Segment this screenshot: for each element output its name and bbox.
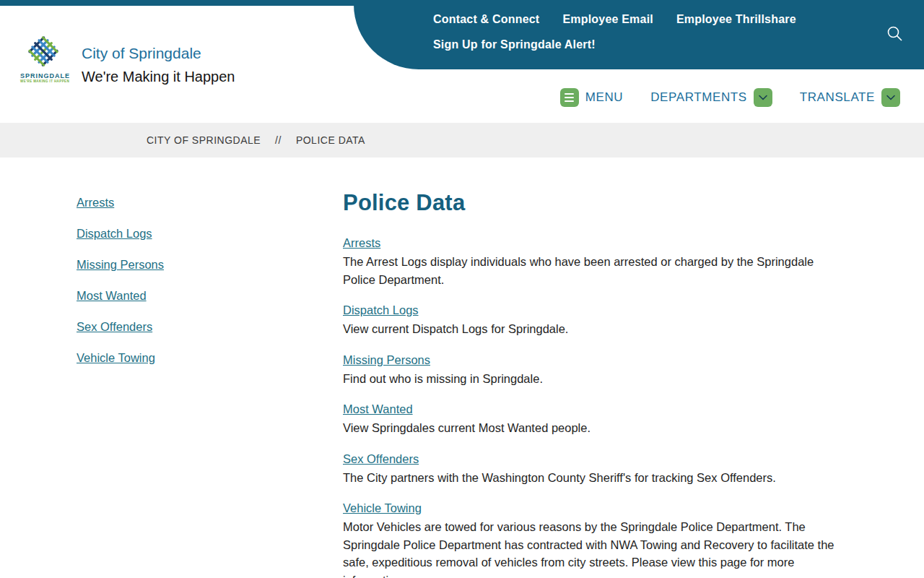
- search-button[interactable]: [885, 25, 905, 45]
- translate-label: TRANSLATE: [800, 90, 875, 105]
- sidebar-item-dispatch-logs[interactable]: Dispatch Logs: [77, 226, 152, 241]
- utility-nav: Contact & Connect Employee Email Employe…: [354, 0, 924, 69]
- sidebar-item-vehicle-towing[interactable]: Vehicle Towing: [77, 350, 155, 366]
- site-title-block: City of Springdale We're Making it Happe…: [82, 45, 235, 85]
- most-wanted-description: View Springdales current Most Wanted peo…: [343, 419, 842, 437]
- site-tagline: We're Making it Happen: [82, 69, 235, 85]
- logo-tagline: WE'RE MAKING IT HAPPEN: [20, 79, 66, 83]
- arrests-link[interactable]: Arrests: [343, 236, 380, 249]
- dispatch-logs-description: View current Dispatch Logs for Springdal…: [343, 320, 842, 338]
- breadcrumb-separator: //: [275, 134, 282, 146]
- section-vehicle-towing: Vehicle Towing Motor Vehicles are towed …: [343, 500, 842, 578]
- utility-row-1: Contact & Connect Employee Email Employe…: [433, 13, 796, 26]
- utility-row-2: Sign Up for Springdale Alert!: [433, 38, 796, 51]
- sidebar-item-missing-persons[interactable]: Missing Persons: [77, 257, 164, 272]
- missing-persons-link[interactable]: Missing Persons: [343, 353, 430, 366]
- site-title: City of Springdale: [82, 45, 235, 62]
- translate-dropdown[interactable]: TRANSLATE: [800, 88, 900, 107]
- utility-link-employee-email[interactable]: Employee Email: [562, 13, 653, 26]
- vehicle-towing-link[interactable]: Vehicle Towing: [343, 501, 422, 514]
- section-arrests: Arrests The Arrest Logs display individu…: [343, 235, 842, 288]
- city-logo[interactable]: SPRINGDALE WE'RE MAKING IT HAPPEN: [20, 35, 66, 83]
- sidebar-nav: Arrests Dispatch Logs Missing Persons Mo…: [0, 195, 343, 578]
- departments-label: DEPARTMENTS: [650, 90, 747, 105]
- sidebar-item-arrests[interactable]: Arrests: [77, 195, 114, 210]
- arrests-description: The Arrest Logs display individuals who …: [343, 253, 842, 288]
- most-wanted-link[interactable]: Most Wanted: [343, 402, 413, 415]
- chevron-down-icon: [754, 88, 772, 107]
- hamburger-icon: [560, 88, 579, 107]
- chevron-down-icon: [881, 88, 900, 107]
- sex-offenders-description: The City partners with the Washington Co…: [343, 469, 842, 487]
- sidebar-item-sex-offenders[interactable]: Sex Offenders: [77, 319, 152, 335]
- utility-links: Contact & Connect Employee Email Employe…: [433, 13, 796, 64]
- sidebar-item-most-wanted[interactable]: Most Wanted: [77, 288, 147, 303]
- breadcrumb-city-of-springdale[interactable]: CITY OF SPRINGDALE: [147, 134, 261, 146]
- utility-link-springdale-alert[interactable]: Sign Up for Springdale Alert!: [433, 38, 596, 51]
- logo-lattice-icon: [20, 58, 66, 70]
- menu-label: MENU: [585, 90, 623, 105]
- utility-link-contact-connect[interactable]: Contact & Connect: [433, 13, 539, 26]
- breadcrumb: CITY OF SPRINGDALE // POLICE DATA: [0, 123, 924, 158]
- dispatch-logs-link[interactable]: Dispatch Logs: [343, 303, 419, 316]
- vehicle-towing-description: Motor Vehicles are towed for various rea…: [343, 518, 842, 578]
- section-sex-offenders: Sex Offenders The City partners with the…: [343, 451, 842, 487]
- utility-link-employee-thrillshare[interactable]: Employee Thrillshare: [676, 13, 796, 26]
- page-title: Police Data: [343, 190, 842, 216]
- main-nav: MENU DEPARTMENTS TRANSLATE: [560, 88, 900, 107]
- site-header: Contact & Connect Employee Email Employe…: [0, 0, 924, 123]
- departments-dropdown[interactable]: DEPARTMENTS: [650, 88, 772, 107]
- main-content: Police Data Arrests The Arrest Logs disp…: [343, 195, 842, 578]
- menu-button[interactable]: MENU: [560, 88, 623, 107]
- sex-offenders-link[interactable]: Sex Offenders: [343, 452, 419, 465]
- section-missing-persons: Missing Persons Find out who is missing …: [343, 352, 842, 388]
- missing-persons-description: Find out who is missing in Springdale.: [343, 370, 842, 388]
- content-area: Arrests Dispatch Logs Missing Persons Mo…: [0, 158, 924, 578]
- breadcrumb-current-page: POLICE DATA: [296, 134, 365, 146]
- logo-wordmark: SPRINGDALE: [20, 72, 66, 79]
- section-dispatch-logs: Dispatch Logs View current Dispatch Logs…: [343, 302, 842, 338]
- section-most-wanted: Most Wanted View Springdales current Mos…: [343, 401, 842, 437]
- search-icon: [885, 36, 905, 47]
